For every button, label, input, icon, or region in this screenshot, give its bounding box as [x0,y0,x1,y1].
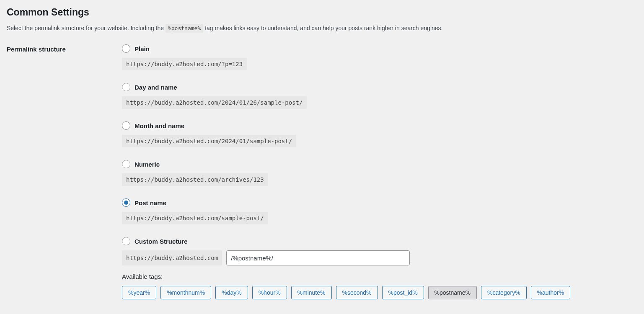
example-day-and-name: https://buddy.a2hosted.com/2024/01/26/sa… [122,96,307,109]
custom-structure-input[interactable] [226,250,410,265]
radio-post-name[interactable] [122,198,130,207]
example-month-and-name: https://buddy.a2hosted.com/2024/01/sampl… [122,135,296,147]
intro-before: Select the permalink structure for your … [7,25,166,31]
option-numeric: Numeric https://buddy.a2hosted.com/archi… [122,160,637,186]
intro-code-tag: %postname% [166,24,203,33]
radio-day-and-name[interactable] [122,83,130,91]
custom-prefix: https://buddy.a2hosted.com [122,250,222,265]
radio-plain[interactable] [122,44,130,53]
available-tags-label: Available tags: [122,273,637,280]
tag-post-id-button[interactable]: %post_id% [382,286,424,299]
radio-month-and-name[interactable] [122,121,130,130]
example-post-name: https://buddy.a2hosted.com/sample-post/ [122,212,268,224]
tag-author-button[interactable]: %author% [531,286,571,299]
example-numeric: https://buddy.a2hosted.com/archives/123 [122,173,268,186]
tag-category-button[interactable]: %category% [481,286,527,299]
intro-after: tag makes links easy to understand, and … [205,25,442,31]
radio-custom-structure[interactable] [122,237,130,245]
intro-text: Select the permalink structure for your … [7,24,637,33]
tag-second-button[interactable]: %second% [336,286,378,299]
tag-year-button[interactable]: %year% [122,286,156,299]
radio-numeric[interactable] [122,160,130,168]
option-day-and-name: Day and name https://buddy.a2hosted.com/… [122,83,637,109]
example-plain: https://buddy.a2hosted.com/?p=123 [122,58,247,70]
options-column: Plain https://buddy.a2hosted.com/?p=123 … [122,44,637,299]
option-post-name: Post name https://buddy.a2hosted.com/sam… [122,198,637,224]
tag-row: %year% %monthnum% %day% %hour% %minute% … [122,286,637,299]
option-label-plain: Plain [134,45,150,52]
tag-day-button[interactable]: %day% [215,286,248,299]
option-label-custom-structure: Custom Structure [134,238,188,245]
option-plain: Plain https://buddy.a2hosted.com/?p=123 [122,44,637,70]
option-label-numeric: Numeric [134,161,160,168]
tag-minute-button[interactable]: %minute% [291,286,332,299]
tag-hour-button[interactable]: %hour% [252,286,287,299]
tag-postname-button[interactable]: %postname% [428,286,477,299]
field-group-label: Permalink structure [7,44,122,53]
section-heading: Common Settings [7,7,637,18]
option-label-month-and-name: Month and name [134,122,184,129]
option-label-day-and-name: Day and name [134,84,177,91]
option-month-and-name: Month and name https://buddy.a2hosted.co… [122,121,637,147]
option-label-post-name: Post name [134,199,166,206]
tag-monthnum-button[interactable]: %monthnum% [160,286,211,299]
option-custom-structure: Custom Structure https://buddy.a2hosted.… [122,237,637,299]
